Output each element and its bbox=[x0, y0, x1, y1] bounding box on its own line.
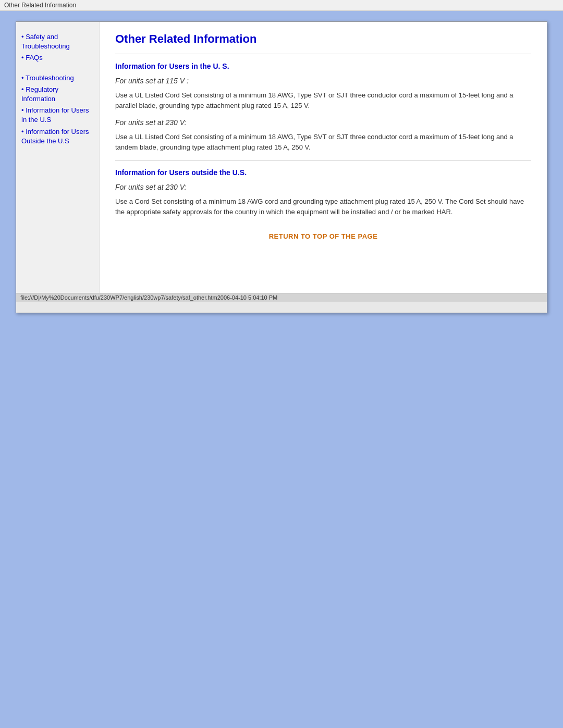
return-to-top-link[interactable]: RETURN TO TOP OF THE PAGE bbox=[115, 232, 531, 240]
section-outside-230v-label: For units set at 230 V: bbox=[115, 183, 531, 191]
section-us-heading: Information for Users in the U. S. bbox=[115, 62, 531, 70]
section-outside-heading: Information for Users outside the U.S. bbox=[115, 168, 531, 177]
divider-top bbox=[115, 54, 531, 54]
title-bar-text: Other Related Information bbox=[4, 2, 76, 9]
sidebar-item-regulatory[interactable]: Regulatory Information bbox=[21, 85, 94, 104]
sidebar-item-safety[interactable]: Safety and Troubleshooting bbox=[21, 32, 94, 51]
section-us-230v-text: Use a UL Listed Cord Set consisting of a… bbox=[115, 132, 531, 152]
main-content: Other Related Information Information fo… bbox=[100, 22, 547, 293]
sidebar-item-users-outside[interactable]: Information for Users Outside the U.S bbox=[21, 127, 94, 146]
section-us-115v-text: Use a UL Listed Cord Set consisting of a… bbox=[115, 90, 531, 110]
sidebar-item-faqs[interactable]: FAQs bbox=[21, 53, 94, 63]
section-outside-us: Information for Users outside the U.S. F… bbox=[115, 168, 531, 217]
section-us-230v-label: For units set at 230 V: bbox=[115, 118, 531, 127]
section-us: Information for Users in the U. S. For u… bbox=[115, 62, 531, 152]
browser-window: Safety and Troubleshooting FAQs Troubles… bbox=[16, 21, 547, 313]
section-us-115v-label: For units set at 115 V : bbox=[115, 77, 531, 85]
page-content: Safety and Troubleshooting FAQs Troubles… bbox=[16, 22, 547, 293]
title-bar: Other Related Information bbox=[0, 0, 563, 11]
page-title: Other Related Information bbox=[115, 32, 531, 46]
status-bar-text: file:///D|/My%20Documents/dfu/230WP7/eng… bbox=[20, 294, 277, 301]
divider-middle bbox=[115, 160, 531, 161]
section-outside-230v-text: Use a Cord Set consisting of a minimum 1… bbox=[115, 196, 531, 217]
sidebar-item-troubleshooting[interactable]: Troubleshooting bbox=[21, 73, 94, 83]
sidebar-item-users-us[interactable]: Information for Users in the U.S bbox=[21, 106, 94, 125]
status-bar: file:///D|/My%20Documents/dfu/230WP7/eng… bbox=[16, 293, 547, 302]
sidebar: Safety and Troubleshooting FAQs Troubles… bbox=[16, 22, 100, 293]
